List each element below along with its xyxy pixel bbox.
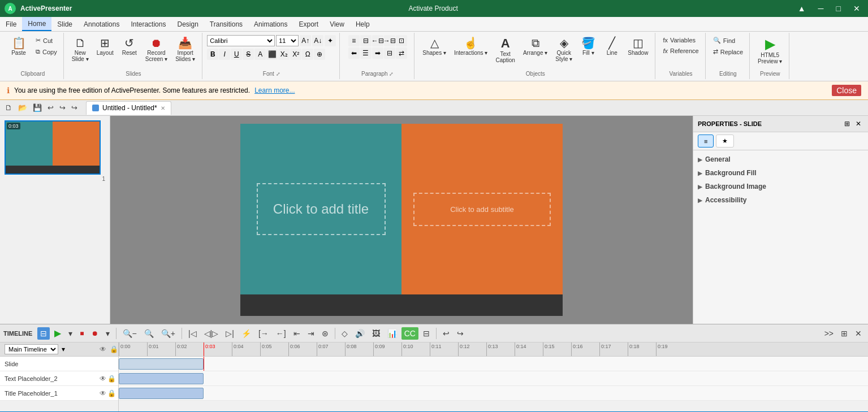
align-left-btn[interactable]: ⬅	[348, 47, 360, 59]
bold-btn[interactable]: B	[207, 49, 218, 60]
menu-transitions[interactable]: Transitions	[204, 17, 248, 31]
fill-button[interactable]: 🪣 Fill ▾	[577, 35, 599, 58]
cut-button[interactable]: ✂ Cut	[33, 35, 60, 46]
maximize-btn[interactable]: □	[833, 3, 844, 14]
tl-easing-btn[interactable]: ◇	[339, 327, 351, 340]
accessibility-section[interactable]: ▶ Accessibility	[693, 193, 868, 207]
tl-subtitle-btn[interactable]: ⊟	[420, 327, 433, 340]
tl-pin-btn[interactable]: ⊞	[838, 327, 850, 340]
numbering-btn[interactable]: ⊟	[360, 35, 372, 46]
tl-eye-icon[interactable]: 👁	[100, 375, 106, 383]
font-grow-btn[interactable]: A↑	[300, 35, 311, 46]
properties-close-btn[interactable]: ✕	[853, 119, 863, 128]
menu-file[interactable]: File	[0, 17, 22, 31]
redo2-btn[interactable]: ↪	[70, 102, 79, 113]
tl-more-btn[interactable]: >>	[822, 327, 836, 340]
menu-animations[interactable]: Animations	[248, 17, 293, 31]
paste-button[interactable]: 📋 Paste	[6, 35, 32, 58]
italic-btn[interactable]: I	[219, 49, 230, 60]
font-name-select[interactable]: Calibri	[207, 35, 275, 46]
slide-left-half[interactable]: Click to add title	[240, 124, 401, 294]
menu-view[interactable]: View	[324, 17, 350, 31]
tl-stop-btn[interactable]: ■	[77, 328, 87, 339]
redo-btn[interactable]: ↪	[58, 102, 67, 113]
open-file-btn[interactable]: 📂	[16, 102, 29, 113]
save-btn[interactable]: 💾	[31, 102, 44, 113]
tl-zoom-reset-btn[interactable]: 🔍	[141, 327, 157, 340]
tl-image-btn[interactable]: 🖼	[369, 327, 383, 340]
tl-trim-start-btn[interactable]: [→	[256, 327, 271, 340]
record-screen-button[interactable]: ⏺ RecordScreen ▾	[142, 35, 171, 64]
variables-button[interactable]: fx Variables	[660, 35, 701, 45]
text-caption-button[interactable]: A TextCaption	[492, 35, 518, 66]
learn-more-link[interactable]: Learn more...	[254, 86, 295, 94]
outdent-btn[interactable]: ←⊟	[372, 35, 383, 46]
shapes-button[interactable]: △ Shapes ▾	[419, 35, 450, 58]
tl-audio-btn[interactable]: 🔊	[352, 327, 368, 340]
reset-button[interactable]: ↺ Reset	[118, 35, 141, 58]
reference-button[interactable]: fx Reference	[660, 46, 701, 56]
menu-help[interactable]: Help	[350, 17, 375, 31]
slide-thumbnail-1[interactable]: 0:03	[5, 120, 101, 175]
properties-pin-btn[interactable]: ⊞	[842, 119, 852, 128]
tl-chart-btn[interactable]: 📊	[385, 327, 400, 340]
align-right-btn[interactable]: ➡	[372, 47, 383, 59]
highlight-btn[interactable]: ⬛	[266, 49, 278, 60]
find-button[interactable]: 🔍 Find	[710, 35, 746, 46]
para-more-btn[interactable]: ⊡	[396, 35, 407, 46]
props-tab-slide[interactable]: ≡	[698, 135, 714, 148]
tl-play-dropdown[interactable]: ▾	[66, 327, 75, 340]
slide-canvas[interactable]: Click to add title Click to add subtitle	[240, 124, 563, 316]
restore-up-btn[interactable]: ▲	[794, 3, 809, 14]
tl-align-center-btn[interactable]: ◁|▷	[201, 327, 222, 340]
background-image-section[interactable]: ▶ Background Image	[693, 180, 868, 193]
menu-design[interactable]: Design	[171, 17, 204, 31]
menu-interactions[interactable]: Interactions	[125, 17, 171, 31]
tl-eye-icon-2[interactable]: 👁	[100, 389, 106, 397]
track-bar-text[interactable]	[119, 373, 204, 384]
text-dir-btn[interactable]: ⇄	[396, 47, 407, 59]
props-tab-star[interactable]: ★	[716, 135, 734, 148]
tl-caption-btn[interactable]: CC	[401, 327, 418, 340]
close-window-btn[interactable]: ✕	[850, 3, 863, 14]
tl-redo2-btn[interactable]: ↪	[454, 327, 467, 340]
tl-record-btn[interactable]: ⏺	[89, 328, 101, 339]
title-placeholder[interactable]: Click to add title	[257, 183, 386, 235]
quick-style-button[interactable]: ◈ QuickStyle ▾	[552, 35, 576, 64]
replace-button[interactable]: ⇄ Replace	[710, 46, 746, 57]
bullets-btn[interactable]: ≡	[348, 35, 360, 46]
tl-move-right-btn[interactable]: ⇥	[305, 327, 317, 340]
special-chars-btn[interactable]: Ω	[302, 49, 313, 60]
close-tab-btn[interactable]: ✕	[161, 105, 165, 111]
import-slides-button[interactable]: 📥 ImportSlides ▾	[172, 35, 198, 64]
shadow-button[interactable]: ◫ Shadow	[624, 35, 651, 58]
minimize-btn[interactable]: ─	[815, 3, 827, 14]
track-bar-title[interactable]	[119, 388, 204, 399]
tl-fx-btn[interactable]: ⊛	[319, 327, 331, 340]
new-file-btn[interactable]: 🗋	[3, 102, 14, 113]
tl-frame-btn[interactable]: ⊟	[37, 327, 50, 340]
new-slide-button[interactable]: 🗋 NewSlide ▾	[68, 35, 92, 64]
tl-zoom-in-btn[interactable]: 🔍+	[158, 327, 178, 340]
clear-format-btn[interactable]: ✦	[325, 35, 336, 46]
menu-home[interactable]: Home	[22, 17, 51, 31]
notification-close-btn[interactable]: Close	[832, 85, 861, 96]
superscript-btn[interactable]: X²	[290, 49, 301, 60]
general-section[interactable]: ▶ General	[693, 153, 868, 166]
tl-split-btn[interactable]: ⚡	[239, 327, 254, 340]
tl-undo-btn[interactable]: ↩	[440, 327, 452, 340]
font-size-select[interactable]: 11	[276, 35, 299, 46]
symbol-btn[interactable]: ⊕	[314, 49, 325, 60]
strikethrough-btn[interactable]: S	[243, 49, 254, 60]
tl-zoom-out-btn[interactable]: 🔍−	[120, 327, 140, 340]
tl-trim-end-btn[interactable]: ←]	[273, 327, 289, 340]
menu-export[interactable]: Export	[293, 17, 324, 31]
justify-btn[interactable]: ⊟	[384, 47, 395, 59]
menu-annotations[interactable]: Annotations	[78, 17, 125, 31]
tl-move-left-btn[interactable]: ⇤	[291, 327, 303, 340]
align-center-btn[interactable]: ☰	[360, 47, 372, 59]
slide-right-half[interactable]: Click to add subtitle	[401, 124, 563, 294]
file-tab[interactable]: Untitled - Untitled* ✕	[86, 101, 171, 115]
arrange-button[interactable]: ⧉ Arrange ▾	[520, 35, 551, 58]
undo-btn[interactable]: ↩	[46, 102, 55, 113]
